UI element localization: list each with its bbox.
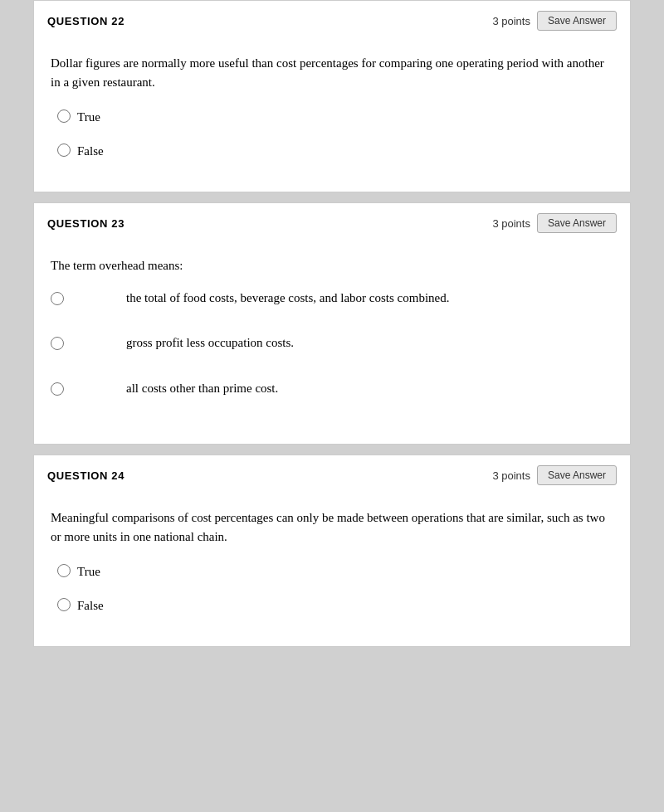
points-text-23: 3 points	[492, 217, 530, 230]
question-text-23: The term overhead means:	[51, 256, 613, 275]
answer-options-23: the total of food costs, beverage costs,…	[51, 289, 613, 398]
radio-24-true[interactable]	[57, 564, 71, 577]
header-right-22: 3 points Save Answer	[492, 11, 617, 31]
answer-label-23-c[interactable]: all costs other than prime cost.	[126, 379, 278, 398]
points-text-24: 3 points	[492, 469, 530, 482]
answer-option-23-b: gross profit less occupation costs.	[51, 333, 613, 353]
header-right-24: 3 points Save Answer	[492, 465, 617, 485]
answer-options-24: True False	[57, 559, 613, 618]
answer-label-23-a[interactable]: the total of food costs, beverage costs,…	[126, 289, 449, 308]
question-header-23: QUESTION 23 3 points Save Answer	[34, 203, 630, 243]
question-label-23: QUESTION 23	[47, 217, 124, 230]
points-text-22: 3 points	[492, 15, 530, 27]
answer-option-24-true: True	[57, 559, 613, 585]
divider-1	[0, 196, 664, 202]
question-body-24: Meaningful comparisons of cost percentag…	[34, 495, 630, 646]
answer-option-22-true: True	[57, 105, 613, 130]
answer-options-22: True False	[57, 105, 613, 163]
page-container: QUESTION 22 3 points Save Answer Dollar …	[0, 0, 664, 647]
answer-option-23-a: the total of food costs, beverage costs,…	[51, 289, 613, 308]
radio-22-false[interactable]	[57, 143, 71, 157]
answer-option-24-false: False	[57, 593, 613, 619]
question-header-22: QUESTION 22 3 points Save Answer	[34, 1, 630, 41]
question-text-24: Meaningful comparisons of cost percentag…	[51, 508, 613, 546]
question-block-23: QUESTION 23 3 points Save Answer The ter…	[33, 202, 631, 445]
divider-2	[0, 448, 664, 455]
question-label-24: QUESTION 24	[47, 469, 124, 482]
radio-24-false[interactable]	[57, 598, 71, 611]
answer-label-22-false[interactable]: False	[77, 142, 104, 161]
answer-option-23-c: all costs other than prime cost.	[51, 379, 613, 398]
question-block-24: QUESTION 24 3 points Save Answer Meaning…	[33, 455, 631, 647]
question-body-22: Dollar figures are normally more useful …	[34, 41, 630, 192]
question-body-23: The term overhead means: the total of fo…	[34, 243, 630, 444]
save-answer-button-22[interactable]: Save Answer	[537, 11, 617, 31]
answer-label-23-b[interactable]: gross profit less occupation costs.	[126, 333, 294, 353]
answer-label-24-false[interactable]: False	[77, 596, 104, 615]
radio-22-true[interactable]	[57, 109, 71, 123]
answer-label-22-true[interactable]: True	[77, 108, 100, 127]
answer-option-22-false: False	[57, 139, 613, 164]
radio-23-c[interactable]	[51, 382, 64, 396]
answer-label-24-true[interactable]: True	[77, 562, 100, 581]
save-answer-button-24[interactable]: Save Answer	[537, 465, 617, 485]
question-text-22: Dollar figures are normally more useful …	[51, 54, 613, 91]
radio-23-b[interactable]	[51, 337, 64, 350]
question-header-24: QUESTION 24 3 points Save Answer	[34, 455, 630, 495]
save-answer-button-23[interactable]: Save Answer	[537, 213, 617, 233]
header-right-23: 3 points Save Answer	[492, 213, 617, 233]
question-label-22: QUESTION 22	[47, 15, 124, 27]
radio-23-a[interactable]	[51, 292, 64, 305]
question-block-22: QUESTION 22 3 points Save Answer Dollar …	[33, 0, 631, 192]
